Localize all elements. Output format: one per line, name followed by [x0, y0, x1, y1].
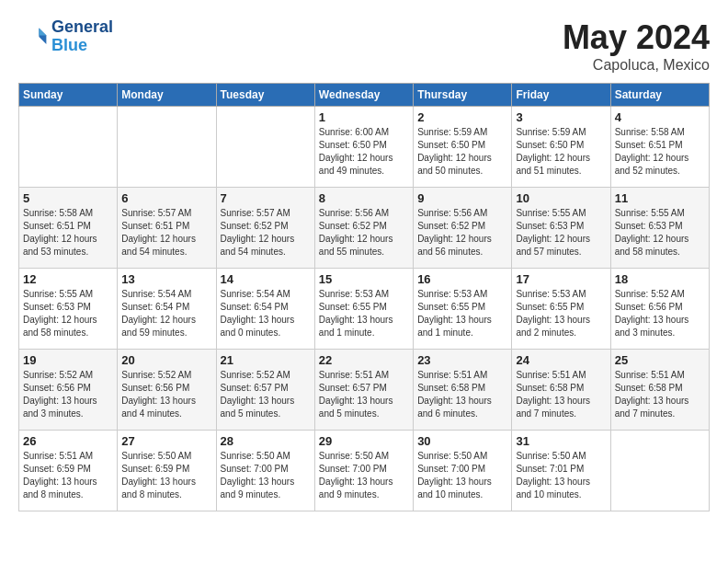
day-number: 7 — [221, 191, 311, 205]
day-number: 15 — [319, 272, 409, 286]
calendar-cell: 27Sunrise: 5:50 AMSunset: 6:59 PMDayligh… — [118, 431, 216, 511]
day-number: 19 — [23, 353, 113, 367]
day-info: Sunrise: 5:53 AMSunset: 6:55 PMDaylight:… — [319, 288, 409, 339]
month-title: May 2024 Capoluca, Mexico — [563, 18, 710, 74]
calendar-cell: 17Sunrise: 5:53 AMSunset: 6:55 PMDayligh… — [512, 269, 610, 350]
logo-text-blue: Blue — [51, 37, 113, 55]
day-info: Sunrise: 5:51 AMSunset: 6:58 PMDaylight:… — [417, 369, 507, 420]
day-number: 23 — [417, 353, 507, 367]
calendar-cell: 3Sunrise: 5:59 AMSunset: 6:50 PMDaylight… — [512, 107, 610, 188]
day-number: 28 — [221, 434, 311, 448]
day-number: 10 — [516, 191, 606, 205]
day-info: Sunrise: 5:50 AMSunset: 7:00 PMDaylight:… — [319, 450, 409, 501]
day-number: 25 — [615, 353, 705, 367]
calendar-cell: 13Sunrise: 5:54 AMSunset: 6:54 PMDayligh… — [118, 269, 216, 350]
day-number: 18 — [615, 272, 705, 286]
day-number: 26 — [23, 434, 113, 448]
page-header: General Blue May 2024 Capoluca, Mexico — [18, 18, 710, 74]
calendar-cell: 18Sunrise: 5:52 AMSunset: 6:56 PMDayligh… — [610, 269, 709, 350]
calendar-cell: 24Sunrise: 5:51 AMSunset: 6:58 PMDayligh… — [512, 350, 610, 431]
day-info: Sunrise: 5:55 AMSunset: 6:53 PMDaylight:… — [516, 207, 606, 259]
day-number: 20 — [121, 353, 211, 367]
calendar-cell: 8Sunrise: 5:56 AMSunset: 6:52 PMDaylight… — [314, 188, 413, 269]
day-number: 16 — [417, 272, 507, 286]
day-number: 9 — [417, 191, 507, 205]
day-info: Sunrise: 5:58 AMSunset: 6:51 PMDaylight:… — [615, 126, 705, 178]
day-number: 6 — [121, 191, 211, 205]
calendar-week-row: 1Sunrise: 6:00 AMSunset: 6:50 PMDaylight… — [19, 107, 710, 188]
calendar-cell: 20Sunrise: 5:52 AMSunset: 6:56 PMDayligh… — [118, 350, 216, 431]
logo-text-general: General — [51, 18, 113, 37]
weekday-header-saturday: Saturday — [610, 84, 709, 107]
day-number: 12 — [23, 272, 113, 286]
day-info: Sunrise: 5:50 AMSunset: 7:01 PMDaylight:… — [516, 450, 606, 501]
calendar-cell: 7Sunrise: 5:57 AMSunset: 6:52 PMDaylight… — [216, 188, 314, 269]
day-info: Sunrise: 5:59 AMSunset: 6:50 PMDaylight:… — [516, 126, 606, 178]
day-info: Sunrise: 5:55 AMSunset: 6:53 PMDaylight:… — [23, 288, 113, 339]
day-number: 13 — [121, 272, 211, 286]
calendar-cell: 23Sunrise: 5:51 AMSunset: 6:58 PMDayligh… — [414, 350, 512, 431]
day-info: Sunrise: 5:51 AMSunset: 6:58 PMDaylight:… — [516, 369, 606, 420]
calendar-cell: 12Sunrise: 5:55 AMSunset: 6:53 PMDayligh… — [19, 269, 118, 350]
day-info: Sunrise: 5:51 AMSunset: 6:58 PMDaylight:… — [615, 369, 705, 420]
calendar-cell — [19, 107, 118, 188]
calendar-cell: 4Sunrise: 5:58 AMSunset: 6:51 PMDaylight… — [610, 107, 709, 188]
day-info: Sunrise: 5:58 AMSunset: 6:51 PMDaylight:… — [23, 207, 113, 259]
day-info: Sunrise: 5:57 AMSunset: 6:52 PMDaylight:… — [221, 207, 311, 259]
calendar-cell: 30Sunrise: 5:50 AMSunset: 7:00 PMDayligh… — [414, 431, 512, 511]
calendar-cell: 28Sunrise: 5:50 AMSunset: 7:00 PMDayligh… — [216, 431, 314, 511]
calendar-cell: 21Sunrise: 5:52 AMSunset: 6:57 PMDayligh… — [216, 350, 314, 431]
day-info: Sunrise: 5:55 AMSunset: 6:53 PMDaylight:… — [615, 207, 705, 259]
weekday-header-friday: Friday — [512, 84, 610, 107]
day-number: 11 — [615, 191, 705, 205]
location: Capoluca, Mexico — [563, 57, 710, 74]
day-number: 5 — [23, 191, 113, 205]
day-info: Sunrise: 5:52 AMSunset: 6:57 PMDaylight:… — [221, 369, 311, 420]
calendar-cell: 9Sunrise: 5:56 AMSunset: 6:52 PMDaylight… — [414, 188, 512, 269]
day-info: Sunrise: 5:53 AMSunset: 6:55 PMDaylight:… — [516, 288, 606, 339]
calendar-cell: 16Sunrise: 5:53 AMSunset: 6:55 PMDayligh… — [414, 269, 512, 350]
calendar-cell: 11Sunrise: 5:55 AMSunset: 6:53 PMDayligh… — [610, 188, 709, 269]
day-info: Sunrise: 5:59 AMSunset: 6:50 PMDaylight:… — [417, 126, 507, 178]
calendar-week-row: 26Sunrise: 5:51 AMSunset: 6:59 PMDayligh… — [19, 431, 710, 511]
day-info: Sunrise: 6:00 AMSunset: 6:50 PMDaylight:… — [319, 126, 409, 178]
calendar-cell: 26Sunrise: 5:51 AMSunset: 6:59 PMDayligh… — [19, 431, 118, 511]
day-number: 27 — [121, 434, 211, 448]
day-number: 29 — [319, 434, 409, 448]
calendar-cell — [118, 107, 216, 188]
calendar-cell: 22Sunrise: 5:51 AMSunset: 6:57 PMDayligh… — [314, 350, 413, 431]
calendar-cell: 5Sunrise: 5:58 AMSunset: 6:51 PMDaylight… — [19, 188, 118, 269]
day-info: Sunrise: 5:53 AMSunset: 6:55 PMDaylight:… — [417, 288, 507, 339]
weekday-header-thursday: Thursday — [414, 84, 512, 107]
calendar-cell — [610, 431, 709, 511]
weekday-header-wednesday: Wednesday — [314, 84, 413, 107]
day-number: 21 — [221, 353, 311, 367]
calendar-cell: 1Sunrise: 6:00 AMSunset: 6:50 PMDaylight… — [314, 107, 413, 188]
day-number: 2 — [417, 110, 507, 124]
calendar-cell: 19Sunrise: 5:52 AMSunset: 6:56 PMDayligh… — [19, 350, 118, 431]
day-info: Sunrise: 5:50 AMSunset: 7:00 PMDaylight:… — [417, 450, 507, 501]
calendar-cell: 10Sunrise: 5:55 AMSunset: 6:53 PMDayligh… — [512, 188, 610, 269]
day-info: Sunrise: 5:50 AMSunset: 6:59 PMDaylight:… — [121, 450, 211, 501]
day-info: Sunrise: 5:54 AMSunset: 6:54 PMDaylight:… — [221, 288, 311, 339]
weekday-header-tuesday: Tuesday — [216, 84, 314, 107]
day-info: Sunrise: 5:54 AMSunset: 6:54 PMDaylight:… — [121, 288, 211, 339]
calendar-week-row: 19Sunrise: 5:52 AMSunset: 6:56 PMDayligh… — [19, 350, 710, 431]
day-number: 30 — [417, 434, 507, 448]
day-info: Sunrise: 5:52 AMSunset: 6:56 PMDaylight:… — [615, 288, 705, 339]
calendar-cell: 2Sunrise: 5:59 AMSunset: 6:50 PMDaylight… — [414, 107, 512, 188]
weekday-header-row: SundayMondayTuesdayWednesdayThursdayFrid… — [19, 84, 710, 107]
day-number: 24 — [516, 353, 606, 367]
day-info: Sunrise: 5:52 AMSunset: 6:56 PMDaylight:… — [23, 369, 113, 420]
logo: General Blue — [18, 18, 113, 55]
day-info: Sunrise: 5:51 AMSunset: 6:59 PMDaylight:… — [23, 450, 113, 501]
day-number: 8 — [319, 191, 409, 205]
day-info: Sunrise: 5:50 AMSunset: 7:00 PMDaylight:… — [221, 450, 311, 501]
day-info: Sunrise: 5:57 AMSunset: 6:51 PMDaylight:… — [121, 207, 211, 259]
day-number: 4 — [615, 110, 705, 124]
day-number: 31 — [516, 434, 606, 448]
calendar-cell: 15Sunrise: 5:53 AMSunset: 6:55 PMDayligh… — [314, 269, 413, 350]
day-number: 14 — [221, 272, 311, 286]
month-year: May 2024 — [563, 18, 710, 57]
calendar-cell: 25Sunrise: 5:51 AMSunset: 6:58 PMDayligh… — [610, 350, 709, 431]
